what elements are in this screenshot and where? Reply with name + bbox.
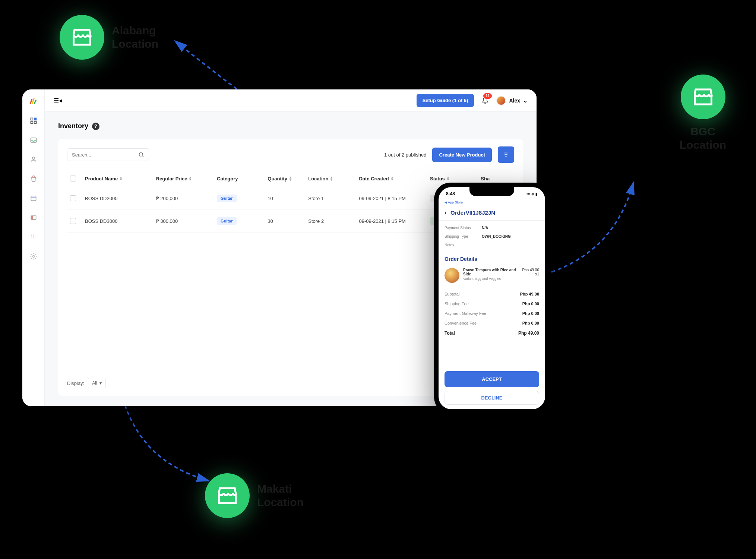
item-price: Php 49.00 x1: [522, 268, 539, 283]
summary-row: Payment Gateway FeePhp 0.00: [445, 309, 539, 318]
page-title-text: Inventory: [58, 122, 88, 130]
search-field[interactable]: [72, 152, 135, 158]
item-variant: Variant: Egg and Veggies: [463, 277, 518, 281]
cell-price: ₱ 200,000: [156, 196, 217, 201]
search-input[interactable]: [67, 148, 149, 161]
store-icon: [205, 473, 250, 518]
store-icon: [681, 75, 725, 119]
row-checkbox[interactable]: [70, 195, 76, 201]
summary-row: Convenience FeePhp 0.00: [445, 318, 539, 328]
cell-location: Store 2: [308, 218, 359, 224]
summary-value: Php 0.00: [522, 301, 539, 306]
order-info-list: Payment StatusN/AShipping TypeOWN_BOOKIN…: [439, 221, 545, 252]
notifications-button[interactable]: 11: [481, 96, 489, 105]
nav-card-icon[interactable]: [29, 213, 38, 222]
category-tag: Guitar: [217, 195, 236, 202]
select-all-checkbox[interactable]: [70, 176, 76, 181]
accept-button[interactable]: ACCEPT: [445, 371, 539, 387]
summary-label: Payment Gateway Fee: [445, 311, 486, 316]
order-summary: SubtotalPhp 49.00Shipping FeePhp 0.00Pay…: [439, 286, 545, 341]
nav-user-icon[interactable]: [29, 155, 38, 164]
cell-price: ₱ 300,000: [156, 218, 217, 224]
svg-rect-2: [31, 121, 33, 124]
filter-button[interactable]: [498, 146, 514, 163]
published-info: 1 out of 2 published: [384, 152, 426, 158]
svg-point-12: [33, 236, 34, 237]
nav-dashboard-icon[interactable]: [29, 116, 38, 125]
col-product-name[interactable]: Product Name▴▾: [85, 176, 156, 181]
svg-rect-0: [31, 118, 33, 120]
setup-guide-button[interactable]: Setup Guide (1 of 6): [417, 94, 474, 107]
topbar: ☰◂ Setup Guide (1 of 6) 11 Alex ⌄: [45, 89, 537, 112]
cell-name: BOSS DD3000: [85, 218, 156, 224]
svg-point-11: [31, 236, 32, 237]
location-makati: Makati Location: [205, 473, 304, 518]
cell-qty: 10: [268, 196, 308, 201]
collapse-icon[interactable]: ☰◂: [54, 97, 62, 104]
phone-header: ‹ OrderVII1J8J2JN: [439, 205, 545, 221]
back-to-app-store[interactable]: ◀ App Store: [439, 200, 545, 205]
col-category[interactable]: Category: [217, 176, 268, 181]
filter-icon: [503, 151, 509, 158]
notification-badge: 11: [483, 93, 492, 99]
cell-date: 09-09-2021 | 8:15 PM: [359, 196, 430, 201]
info-row: Notes: [445, 241, 539, 249]
item-image: [445, 268, 459, 283]
summary-label: Subtotal: [445, 292, 459, 296]
app-logo: [29, 96, 38, 106]
summary-row: SubtotalPhp 49.00: [445, 289, 539, 299]
back-button[interactable]: ‹: [445, 209, 447, 217]
col-quantity[interactable]: Quantity▴▾: [268, 176, 308, 181]
info-value: N/A: [482, 226, 488, 230]
search-icon: [138, 152, 144, 158]
summary-value: Php 0.00: [522, 311, 539, 316]
phone-mockup: 8:48 ••• ⊚ ▮ ◀ App Store ‹ OrderVII1J8J2…: [434, 183, 550, 414]
svg-point-14: [139, 153, 143, 156]
create-product-button[interactable]: Create New Product: [432, 148, 492, 162]
order-details-title: Order Details: [439, 252, 545, 265]
info-label: Payment Status: [445, 226, 474, 230]
phone-time: 8:48: [446, 191, 455, 196]
chevron-down-icon: ⌄: [523, 98, 528, 104]
col-status[interactable]: Status▴▾: [430, 176, 481, 181]
svg-rect-1: [34, 118, 36, 120]
col-date-created[interactable]: Date Created▴▾: [359, 176, 430, 181]
nav-bag-icon[interactable]: [29, 174, 38, 183]
summary-label: Convenience Fee: [445, 321, 477, 325]
svg-point-10: [33, 234, 34, 236]
display-select[interactable]: All ▾: [88, 378, 105, 388]
display-label: Display:: [67, 380, 84, 386]
page-title: Inventory ?: [58, 122, 523, 130]
cell-qty: 30: [268, 218, 308, 224]
order-item: Prawn Tempura with Rice and Side Variant…: [439, 265, 545, 286]
user-menu[interactable]: Alex ⌄: [496, 96, 528, 105]
nav-inbox-icon[interactable]: [29, 136, 38, 145]
chevron-down-icon: ▾: [99, 380, 102, 386]
item-name: Prawn Tempura with Rice and Side: [463, 268, 518, 276]
location-alabang: Alabang Location: [60, 15, 158, 60]
decline-button[interactable]: DECLINE: [445, 391, 539, 405]
info-label: Notes: [445, 243, 474, 247]
nav-settings-icon[interactable]: [29, 252, 38, 261]
svg-rect-3: [34, 121, 36, 124]
cell-date: 09-09-2021 | 8:15 PM: [359, 218, 430, 224]
nav-calendar-icon[interactable]: [29, 194, 38, 203]
total-label: Total: [445, 331, 455, 336]
svg-point-9: [31, 234, 32, 236]
col-share: Sha: [481, 176, 511, 181]
row-checkbox[interactable]: [70, 218, 76, 224]
col-regular-price[interactable]: Regular Price▴▾: [156, 176, 217, 181]
nav-grid-icon[interactable]: [29, 233, 38, 241]
svg-rect-6: [31, 196, 36, 201]
phone-notch: [469, 187, 514, 196]
connector-arrow: [548, 175, 652, 280]
order-title: OrderVII1J8J2JN: [450, 209, 495, 216]
summary-row: Shipping FeePhp 0.00: [445, 299, 539, 309]
store-icon: [60, 15, 104, 60]
help-icon[interactable]: ?: [92, 123, 99, 130]
info-row: Payment StatusN/A: [445, 224, 539, 232]
svg-point-5: [32, 157, 35, 160]
avatar: [496, 96, 506, 105]
col-location[interactable]: Location▴▾: [308, 176, 359, 181]
total-value: Php 49.00: [518, 331, 539, 336]
